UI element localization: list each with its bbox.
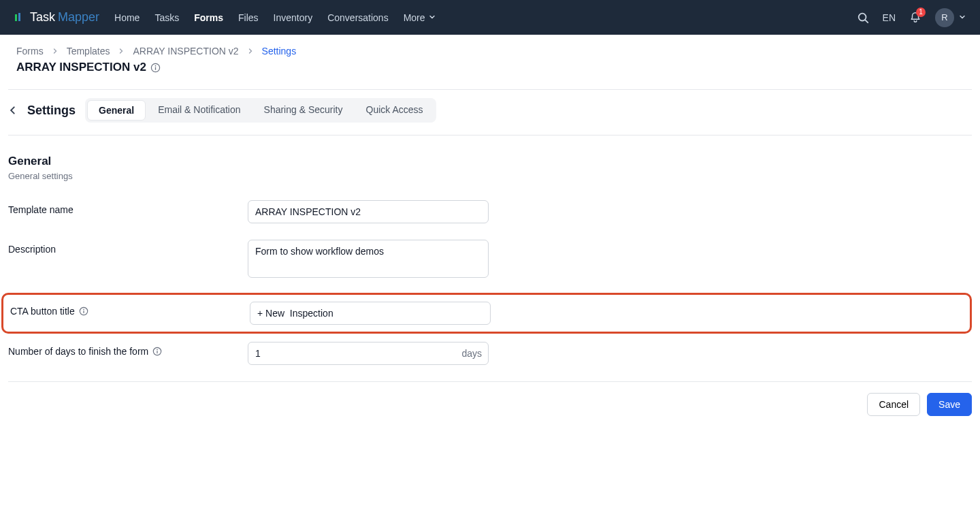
crumb-settings[interactable]: Settings xyxy=(262,46,297,57)
chevron-right-icon xyxy=(247,48,254,54)
subheader: Forms Templates ARRAY INSPECTION v2 Sett… xyxy=(3,35,977,81)
page-title-row: ARRAY INSPECTION v2 xyxy=(16,61,964,74)
main-content: Forms Templates ARRAY INSPECTION v2 Sett… xyxy=(0,35,980,436)
section-title: General xyxy=(8,155,972,168)
label-template-name: Template name xyxy=(8,200,248,215)
nav-inventory[interactable]: Inventory xyxy=(274,12,313,23)
logo-text-1: Task xyxy=(30,10,55,25)
top-nav-right: EN 1 R xyxy=(857,8,966,27)
search-icon[interactable] xyxy=(857,12,869,24)
nav-conversations[interactable]: Conversations xyxy=(327,12,389,23)
days-suffix: days xyxy=(461,348,482,359)
settings-title: Settings xyxy=(27,103,76,118)
nav-forms[interactable]: Forms xyxy=(194,12,223,23)
nav-files[interactable]: Files xyxy=(238,12,259,23)
chevron-right-icon xyxy=(118,48,125,54)
nav-home[interactable]: Home xyxy=(114,12,140,23)
chevron-down-icon xyxy=(428,12,436,23)
top-nav: TaskMapper Home Tasks Forms Files Invent… xyxy=(0,0,980,35)
row-description: Description xyxy=(8,240,972,281)
avatar: R xyxy=(935,8,954,27)
crumb-template-name[interactable]: ARRAY INSPECTION v2 xyxy=(133,46,238,57)
cancel-button[interactable]: Cancel xyxy=(867,393,920,416)
svg-rect-0 xyxy=(15,14,17,21)
logo-icon xyxy=(14,12,24,23)
info-icon[interactable] xyxy=(150,63,161,73)
label-cta-text: CTA button title xyxy=(10,306,75,317)
notification-badge: 1 xyxy=(916,7,926,17)
svg-rect-9 xyxy=(83,310,84,313)
control-days: days xyxy=(248,342,489,365)
svg-point-8 xyxy=(83,309,84,310)
info-icon[interactable] xyxy=(152,347,162,356)
divider xyxy=(8,135,972,136)
svg-point-2 xyxy=(858,13,866,20)
save-button[interactable]: Save xyxy=(927,393,972,416)
back-button[interactable] xyxy=(8,106,18,115)
control-description xyxy=(248,240,489,281)
tab-general[interactable]: General xyxy=(87,100,146,121)
section-subtitle: General settings xyxy=(8,171,972,181)
nav-links: Home Tasks Forms Files Inventory Convers… xyxy=(114,12,436,23)
crumb-forms[interactable]: Forms xyxy=(16,46,44,57)
svg-rect-1 xyxy=(18,13,20,21)
cta-input[interactable] xyxy=(250,302,491,325)
row-cta-button-title: CTA button title xyxy=(1,293,972,334)
description-input[interactable] xyxy=(248,240,489,278)
tabs: General Email & Notification Sharing & S… xyxy=(85,98,436,123)
row-template-name: Template name xyxy=(8,200,972,223)
tab-email[interactable]: Email & Notification xyxy=(147,100,251,121)
top-nav-left: TaskMapper Home Tasks Forms Files Invent… xyxy=(14,10,436,25)
nav-tasks[interactable]: Tasks xyxy=(154,12,179,23)
svg-point-11 xyxy=(157,349,158,351)
logo-text-2: Mapper xyxy=(58,10,99,25)
crumb-templates[interactable]: Templates xyxy=(67,46,110,57)
svg-point-5 xyxy=(155,65,157,66)
row-days: Number of days to finish the form days xyxy=(8,342,972,365)
settings-header-row: Settings General Email & Notification Sh… xyxy=(8,90,972,131)
label-cta: CTA button title xyxy=(7,302,250,317)
footer-actions: Cancel Save xyxy=(8,393,972,436)
breadcrumb: Forms Templates ARRAY INSPECTION v2 Sett… xyxy=(16,46,964,57)
label-description: Description xyxy=(8,240,248,255)
days-input[interactable] xyxy=(248,342,489,365)
tab-quick-access[interactable]: Quick Access xyxy=(355,100,434,121)
chevron-down-icon xyxy=(958,12,966,24)
nav-more[interactable]: More xyxy=(404,12,436,23)
chevron-right-icon xyxy=(52,48,59,54)
control-template-name xyxy=(248,200,489,223)
label-days: Number of days to finish the form xyxy=(8,342,248,357)
page-title: ARRAY INSPECTION v2 xyxy=(16,61,146,74)
language-selector[interactable]: EN xyxy=(883,12,896,23)
control-cta xyxy=(250,302,491,325)
notifications-icon[interactable]: 1 xyxy=(909,12,921,24)
tab-sharing[interactable]: Sharing & Security xyxy=(253,100,354,121)
svg-rect-6 xyxy=(155,67,156,69)
svg-line-3 xyxy=(865,20,868,22)
template-name-input[interactable] xyxy=(248,200,489,223)
user-menu[interactable]: R xyxy=(935,8,966,27)
svg-rect-12 xyxy=(157,351,158,353)
logo[interactable]: TaskMapper xyxy=(14,10,99,25)
label-days-text: Number of days to finish the form xyxy=(8,346,148,357)
nav-more-label: More xyxy=(404,12,425,23)
info-icon[interactable] xyxy=(79,306,88,316)
general-section: General General settings Template name D… xyxy=(8,155,972,365)
divider xyxy=(8,381,972,382)
